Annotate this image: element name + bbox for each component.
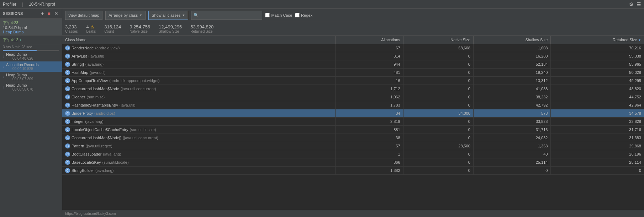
class-icon-10: C [65,127,70,132]
allocations-cell-14: 866 [335,158,403,167]
table-row[interactable]: C ConcurrentHashMap$Node (java.util.conc… [62,85,644,93]
class-pkg-7: (java.util) [120,103,136,107]
native_size-cell-2: 0 [403,60,473,69]
table-row[interactable]: C AppCompatTextView (androidx.appcompat.… [62,77,644,85]
allocations-cell-8: 34 [335,109,403,118]
class-pkg-12: (java.util.regex) [85,144,112,148]
session-item-1[interactable]: 下午4:23 10-54-R.hprof Heap Dump [0,19,62,36]
col-header-retained_size[interactable]: Retained Size [551,36,644,44]
menu-icon[interactable]: ☰ [637,1,641,7]
col-header-native_size[interactable]: Native Size [403,36,473,44]
retained_size-cell-3: 50,028 [551,69,644,77]
table-container[interactable]: Class NameAllocationsNative SizeShallow … [62,36,644,210]
class-pkg-11: (java.util.concurrent) [123,136,158,140]
native_size-cell-14: 0 [403,158,473,167]
shallow_size-cell-10: 31,716 [473,126,550,134]
stop-session-button[interactable]: ■ [47,11,51,16]
table-row[interactable]: C HashMap (java.util) 481019,24050,028 [62,69,644,77]
table-row[interactable]: C StringBuilder (java.lang) 1,382000 [62,167,644,175]
sidebar-item-sub-2: 00:03:07.309 [12,77,33,81]
allocations-cell-2: 944 [335,60,403,69]
close-session-button[interactable]: ✕ [53,11,59,16]
col-header-class_name[interactable]: Class Name [62,36,335,44]
class-name-cell-11: C ConcurrentHashMap$Node[] (java.util.co… [62,134,335,142]
shallow_size-cell-15: 0 [473,167,550,175]
session-time-1: 下午4:23 [3,20,59,26]
retained_size-cell-13: 26,196 [551,150,644,158]
class-pkg-2: (java.lang) [85,62,104,66]
heap-dropdown[interactable]: View default heap [65,11,102,20]
table-row[interactable]: C Pattern (java.util.regex) 5728,5001,36… [62,142,644,150]
session-group-icon-1: ↓ [3,65,5,69]
settings-icon[interactable]: ⚙ [629,1,634,7]
shallow_size-cell-14: 25,114 [473,158,550,167]
table-row[interactable]: C BaseLocale$Key (sun.util.locale) 86602… [62,158,644,167]
add-session-button[interactable]: + [40,11,44,16]
shallow_size-cell-7: 42,792 [473,101,550,109]
main-layout: SESSIONS + ■ ✕ 下午4:23 10-54-R.hprof Heap… [0,9,644,217]
class-pkg-3: (java.util) [90,70,106,75]
class-main-0: RenderNode [72,46,94,50]
regex-label[interactable]: Regex [295,13,312,17]
class-icon-7: C [65,103,70,108]
sidebar-item-sub-1: 00:04:10.525 [12,67,39,71]
table-row[interactable]: C BinderProxy (android.os) 3434,00057834… [62,109,644,118]
allocations-cell-13: 1 [335,150,403,158]
sidebar-item-label-2: Heap Dump [6,73,33,77]
regex-checkbox[interactable] [295,13,300,17]
native_size-cell-0: 68,608 [403,44,473,52]
shallow_size-cell-13: 40 [473,150,550,158]
class-name-cell-10: C LocaleObjectCache$CacheEntry (sun.util… [62,126,335,134]
table-row[interactable]: C BootClassLoader (java.lang) 104026,196 [62,150,644,158]
sidebar-item-3[interactable]: ↓ Heap Dump 00:00:56.078 [0,82,62,92]
table-row[interactable]: C String[] (java.lang) 944052,18453,965 [62,60,644,69]
class-icon-11: C [65,135,70,140]
search-input[interactable] [200,13,260,17]
arrange-dropdown-arrow: ▼ [139,13,142,17]
sidebar-item-label-3: Heap Dump [6,83,33,87]
sidebar-header: SESSIONS + ■ ✕ [0,9,62,19]
sidebar-item-1[interactable]: ↓ Allocation Records 00:04:10.525 [0,61,62,72]
table-row[interactable]: C Integer (java.lang) 2,819033,82833,828 [62,118,644,126]
table-row[interactable]: C ConcurrentHashMap$Node[] (java.util.co… [62,134,644,142]
table-row[interactable]: C LocaleObjectCache$CacheEntry (sun.util… [62,126,644,134]
sidebar-item-2[interactable]: ↓ Heap Dump 00:03:07.309 [0,72,62,82]
class-icon-2: C [65,62,70,67]
col-header-allocations[interactable]: Allocations [335,36,403,44]
show-dropdown[interactable]: Show all classes ▼ [148,11,188,20]
warning-icon: ⚠ [90,25,94,29]
shallow_size-cell-11: 24,032 [473,134,550,142]
session-item-2[interactable]: 下午4:12 ● [0,36,62,44]
retained_size-cell-9: 33,828 [551,118,644,126]
native_size-cell-15: 0 [403,167,473,175]
stat-leaks: 4 ⚠ Leaks [86,24,96,33]
retained_size-cell-11: 31,383 [551,134,644,142]
class-icon-3: C [65,70,70,75]
native_size-cell-12: 28,500 [403,142,473,150]
col-header-shallow_size[interactable]: Shallow Size [473,36,550,44]
native_size-cell-13: 0 [403,150,473,158]
table-row[interactable]: C Cleaner (sun.misc) 1,062038,23244,752 [62,93,644,101]
session-timing: 3 hrs 6 min 28 sec [3,45,59,50]
count-value: 316,124 [104,24,121,29]
status-url: https://blog.csdn.net/lucky3.com [65,212,116,216]
search-box: 🔍 [191,11,262,20]
native_size-cell-8: 34,000 [403,109,473,118]
table-row[interactable]: C Hashtable$HashtableEntry (java.util) 1… [62,101,644,109]
native_size-cell-6: 0 [403,93,473,101]
arrange-dropdown[interactable]: Arrange by class ▼ [105,11,146,20]
class-icon-15: C [65,168,70,173]
native-size-value: 9,254,756 [130,24,150,29]
class-main-11: ConcurrentHashMap$Node[] [72,136,121,140]
match-case-checkbox[interactable] [265,13,270,17]
allocations-cell-7: 1,783 [335,101,403,109]
class-icon-5: C [65,86,70,91]
class-name-cell-7: C Hashtable$HashtableEntry (java.util) [62,101,335,109]
match-case-label[interactable]: Match Case [265,13,292,17]
table-row[interactable]: C ArrayList (java.util) 814016,28055,338 [62,52,644,60]
class-icon-1: C [65,54,70,59]
sidebar-item-0[interactable]: ↓ Heap Dump 00:04:40.626 [0,51,62,61]
allocations-cell-3: 481 [335,69,403,77]
table-row[interactable]: C RenderNode (android.view) 6768,6081,60… [62,44,644,52]
retained_size-cell-5: 48,820 [551,85,644,93]
